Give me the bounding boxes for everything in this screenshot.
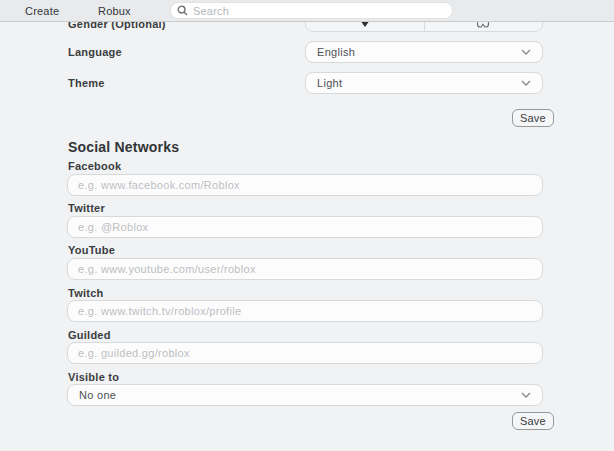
facebook-input[interactable] [67, 174, 543, 196]
guilded-input[interactable] [67, 342, 543, 364]
youtube-label: YouTube [68, 244, 115, 256]
language-label: Language [68, 46, 122, 58]
chevron-down-icon [521, 49, 531, 55]
search-input[interactable] [193, 4, 446, 17]
top-nav: Create Robux [0, 0, 614, 22]
chevron-down-icon [521, 80, 531, 86]
social-networks-heading: Social Networks [68, 139, 179, 155]
language-select[interactable]: English [305, 41, 543, 63]
theme-select-value: Light [317, 77, 342, 89]
visible-to-select-value: No one [79, 389, 116, 401]
visible-to-label: Visible to [68, 371, 119, 383]
account-save-button[interactable]: Save [512, 109, 554, 127]
chevron-down-icon [521, 392, 531, 398]
nav-create-link[interactable]: Create [25, 0, 59, 22]
theme-label: Theme [68, 77, 105, 89]
twitch-label: Twitch [68, 287, 104, 299]
search-icon [177, 5, 188, 16]
nav-robux-link[interactable]: Robux [98, 0, 131, 22]
social-save-button[interactable]: Save [512, 412, 554, 430]
guilded-label: Guilded [68, 329, 111, 341]
language-select-value: English [317, 46, 355, 58]
theme-select[interactable]: Light [305, 72, 543, 94]
facebook-label: Facebook [68, 160, 121, 172]
twitch-input[interactable] [67, 300, 543, 322]
twitter-label: Twitter [68, 202, 105, 214]
youtube-input[interactable] [67, 258, 543, 280]
twitter-input[interactable] [67, 216, 543, 238]
male-gender-icon [477, 22, 490, 28]
visible-to-select[interactable]: No one [67, 384, 543, 406]
search-box[interactable] [170, 2, 453, 19]
